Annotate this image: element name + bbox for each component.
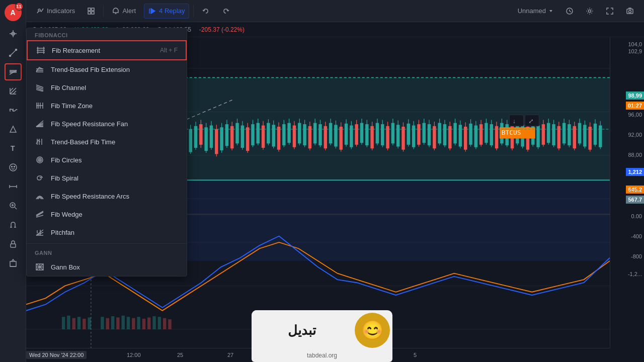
svg-rect-72 — [92, 12, 94, 14]
top-bar: Indicators Alert — [26, 0, 644, 22]
templates-button[interactable] — [83, 4, 99, 19]
text-tool[interactable]: T — [5, 140, 22, 157]
fib-speed-resistance-arcs-icon — [35, 191, 45, 201]
svg-rect-305 — [72, 318, 75, 329]
replay-button[interactable]: 4 Replay — [144, 4, 189, 19]
pitchfan-icon — [35, 227, 45, 237]
redo-button[interactable] — [218, 4, 234, 19]
unnamed-button[interactable]: Unnamed — [514, 4, 557, 19]
fib-channel-item[interactable]: Fib Channel — [27, 78, 187, 97]
avatar[interactable]: A 11 — [5, 4, 22, 21]
svg-rect-69 — [88, 8, 91, 11]
screenshot-button[interactable] — [622, 4, 638, 19]
alert-button[interactable]: Alert — [108, 4, 140, 19]
fib-circles-label: Fib Circles — [51, 156, 179, 164]
fib-wedge-icon — [35, 209, 45, 219]
measure-tool[interactable] — [5, 178, 22, 195]
pitchfan-item[interactable]: Pitchfan — [27, 223, 187, 241]
svg-rect-309 — [101, 317, 104, 329]
fib-channel-icon — [35, 82, 45, 93]
time-label-1: 12:00 — [127, 352, 141, 358]
building-tool[interactable] — [5, 254, 22, 272]
svg-rect-321 — [163, 318, 166, 329]
svg-rect-308 — [88, 317, 91, 329]
svg-text:T: T — [11, 144, 15, 152]
svg-rect-312 — [116, 317, 119, 329]
fib-spiral-icon — [35, 173, 45, 183]
svg-rect-313 — [121, 316, 124, 329]
fibonacci-section-label: FIBONACCI — [27, 28, 187, 40]
lock-tool[interactable] — [5, 235, 22, 252]
fibonacci-tool[interactable] — [5, 63, 22, 80]
fullscreen-button[interactable] — [602, 4, 618, 19]
gann-tool[interactable] — [5, 82, 22, 100]
svg-rect-306 — [77, 317, 80, 329]
svg-point-57 — [39, 159, 41, 161]
trend-fib-time-icon — [35, 137, 45, 147]
svg-marker-74 — [151, 9, 155, 14]
clock-button[interactable] — [561, 4, 578, 19]
svg-rect-70 — [92, 8, 94, 11]
emoji-tool[interactable] — [5, 159, 22, 176]
fib-speed-resistance-arcs-item[interactable]: Fib Speed Resistance Arcs — [27, 187, 187, 205]
fib-speed-resistance-fan-item[interactable]: Fib Speed Resistance Fan — [27, 115, 187, 133]
svg-rect-319 — [152, 316, 155, 329]
svg-point-81 — [629, 10, 631, 13]
svg-point-56 — [38, 158, 42, 162]
price-8800: 88,00 — [628, 152, 642, 158]
time-label-7: 5 — [414, 352, 417, 358]
trend-fib-ext-item[interactable]: Trend-Based Fib Extension — [27, 60, 187, 78]
svg-point-79 — [589, 10, 591, 12]
price-1200n: -1,2... — [628, 271, 642, 277]
fib-spiral-label: Fib Spiral — [51, 174, 179, 182]
svg-rect-318 — [147, 317, 150, 329]
line-tool[interactable] — [5, 44, 22, 61]
time-label-2: 25 — [177, 352, 183, 358]
price-9200: 92,00 — [628, 132, 642, 138]
svg-rect-303 — [62, 317, 65, 329]
price-9600: 96,00 — [628, 112, 642, 118]
fib-time-zone-item[interactable]: Fib Time Zone — [27, 97, 187, 115]
fib-spiral-item[interactable]: Fib Spiral — [27, 169, 187, 187]
fib-retracement-item[interactable]: Fib Retracement Alt + F — [27, 40, 187, 60]
watermark: تبديل 😊 tabdeal.org — [252, 310, 392, 362]
svg-text:⤢: ⤢ — [528, 118, 534, 125]
fib-circles-icon — [35, 155, 45, 165]
svg-text:↓: ↓ — [513, 118, 516, 125]
fib-time-zone-icon — [35, 101, 45, 111]
svg-rect-326 — [509, 115, 523, 126]
watermark-text: تبديل — [252, 310, 352, 350]
wave-tool[interactable] — [5, 102, 22, 119]
gann-box-icon — [35, 262, 45, 272]
gann-divider — [27, 243, 187, 244]
gann-box-item[interactable]: Gann Box — [27, 258, 187, 276]
undo-button[interactable] — [198, 4, 214, 19]
fib-retracement-shortcut: Alt + F — [160, 47, 178, 54]
geometry-tool[interactable] — [5, 121, 22, 138]
trend-fib-ext-icon — [35, 64, 45, 74]
time-tag: 01:27 — [626, 102, 644, 110]
watermark-url: tabdeal.org — [252, 350, 392, 362]
indicators-button[interactable]: Indicators — [32, 4, 79, 19]
pitchfan-label: Pitchfan — [51, 229, 179, 236]
fib-wedge-item[interactable]: Fib Wedge — [27, 205, 187, 223]
time-label-3: 27 — [227, 352, 233, 358]
svg-point-16 — [11, 166, 12, 167]
trend-fib-time-item[interactable]: Trend-Based Fib Time — [27, 133, 187, 151]
svg-rect-311 — [111, 316, 114, 329]
fib-retracement-label: Fib Retracement — [52, 47, 154, 54]
fib-time-zone-label: Fib Time Zone — [51, 102, 179, 110]
svg-text:BTCUS: BTCUS — [502, 129, 521, 136]
fib-circles-item[interactable]: Fib Circles — [27, 151, 187, 169]
trend-fib-time-label: Trend-Based Fib Time — [51, 138, 179, 146]
zoom-tool[interactable] — [5, 197, 22, 214]
settings-button[interactable] — [582, 4, 598, 19]
current-price-tag: 98,99 — [626, 92, 644, 100]
svg-point-17 — [14, 166, 15, 167]
crosshair-tool[interactable] — [5, 25, 22, 42]
magnet-tool[interactable] — [5, 216, 22, 233]
svg-point-68 — [38, 9, 40, 11]
indicator-price-3: 567.7 — [626, 196, 644, 204]
price-1029: 102,9 — [628, 48, 642, 54]
gann-box-label: Gann Box — [51, 263, 179, 271]
